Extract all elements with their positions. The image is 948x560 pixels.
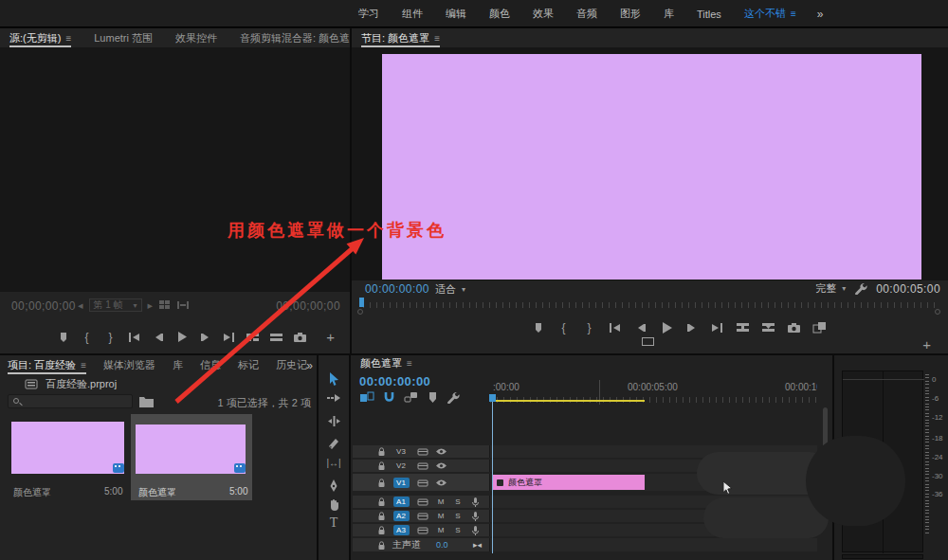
tab-markers[interactable]: 标记 [238,358,259,372]
workarea-bar[interactable] [492,400,645,402]
program-current-timecode[interactable]: 00:00:00:00 [365,282,429,296]
scrub-handle-right[interactable] [935,309,940,315]
settings-wrench-icon[interactable] [854,282,867,295]
lock-icon[interactable] [374,478,389,488]
add-marker-icon[interactable] [55,330,71,344]
workspace-overflow-icon[interactable]: » [817,8,824,21]
zoom-level-dropdown[interactable]: 适合▾ [435,282,465,297]
overwrite-icon[interactable] [268,330,284,344]
tab-effect-controls[interactable]: 效果控件 [175,31,217,45]
add-marker-icon[interactable] [427,391,439,404]
source-button-editor-icon[interactable]: + [326,330,335,344]
ripple-edit-tool[interactable] [319,415,349,427]
project-item-thumbnail[interactable] [11,422,124,474]
sync-lock-icon[interactable] [413,461,432,470]
safe-margins-icon[interactable] [642,337,654,346]
panel-menu-icon[interactable]: ≡ [65,33,71,44]
step-forward-icon[interactable] [197,330,213,344]
track-header-a1[interactable]: A1 M S [353,496,490,508]
step-back-icon[interactable] [632,320,648,334]
timeline-clip-color-matte[interactable]: 颜色遮罩 [493,475,645,490]
workspace-tab-audio[interactable]: 音频 [565,7,609,21]
solo-button[interactable]: S [449,512,466,520]
master-level-value[interactable]: 0.0 [436,540,448,550]
workspace-tab-learn[interactable]: 学习 [347,7,391,21]
lock-icon[interactable] [374,540,389,551]
tab-project[interactable]: 项目: 百度经验≡ [8,355,86,374]
new-bin-icon[interactable] [138,395,155,407]
tab-media-browser[interactable]: 媒体浏览器 [103,358,155,372]
selection-tool[interactable] [319,371,349,387]
timeline-playhead-head[interactable] [489,394,496,402]
sync-lock-icon[interactable] [413,512,432,520]
lock-icon[interactable] [374,446,389,457]
add-marker-icon[interactable] [530,320,546,334]
lift-icon[interactable] [735,320,751,334]
comparison-view-icon[interactable] [811,320,828,334]
tab-source[interactable]: 源:(无剪辑)≡ [9,28,71,47]
track-badge-v2[interactable]: V2 [393,461,410,471]
sync-lock-icon[interactable] [413,497,432,506]
project-item-name[interactable]: 颜色遮罩 [138,486,176,499]
track-header-master[interactable]: 主声道 0.0 ▸◂ [353,538,490,551]
panel-menu-icon[interactable]: ≡ [434,33,440,44]
fit-icon[interactable]: ▸◂ [473,540,482,550]
step-forward-icon[interactable] [684,320,700,334]
project-overflow-icon[interactable]: » [306,359,313,372]
track-badge-a2[interactable]: A2 [393,511,410,521]
play-icon[interactable] [173,330,190,344]
pen-tool[interactable] [319,479,349,493]
solo-button[interactable]: S [449,497,466,506]
sync-lock-icon[interactable] [413,447,432,456]
track-badge-v1[interactable]: V1 [393,478,410,488]
track-header-a2[interactable]: A2 M S [353,510,490,522]
track-badge-a1[interactable]: A1 [393,497,410,507]
extract-icon[interactable] [760,320,776,334]
lock-icon[interactable] [374,461,389,471]
track-header-a3[interactable]: A3 M S [353,524,490,536]
workspace-tab-titles[interactable]: Titles [685,9,733,20]
panel-menu-icon[interactable]: ≡ [407,358,412,369]
scrub-handle-left[interactable] [357,309,363,315]
project-item-name[interactable]: 颜色遮罩 [13,486,51,499]
goto-out-icon[interactable] [709,320,725,334]
snap-magnet-icon[interactable] [383,390,395,403]
workspace-tab-effects[interactable]: 效果 [521,7,565,21]
workspace-tab-libraries[interactable]: 库 [652,7,685,21]
razor-tool[interactable] [319,437,349,449]
tab-history[interactable]: 历史记 [276,358,307,372]
mute-button[interactable]: M [432,526,449,534]
settings-grid-icon[interactable] [158,299,171,311]
toggle-track-output-eye-icon[interactable] [432,479,449,487]
tab-info[interactable]: 信息 [200,358,221,372]
tab-program[interactable]: 节目: 颜色遮罩≡ [361,28,440,47]
export-frame-icon[interactable] [786,320,802,334]
mark-out-icon[interactable]: } [102,330,118,344]
project-file-row[interactable]: 百度经验.prproj [25,377,117,391]
toggle-track-output-eye-icon[interactable] [432,461,449,470]
program-playhead[interactable] [359,298,364,307]
timeline-settings-wrench-icon[interactable] [447,391,460,404]
voiceover-mic-icon[interactable] [466,511,483,522]
workspace-tab-active[interactable]: 这个不错≡ [733,7,808,21]
program-button-editor-icon[interactable]: + [922,337,931,352]
hand-tool[interactable] [319,497,349,511]
trim-icon[interactable] [176,299,190,311]
track-header-v2[interactable]: V2 [353,460,490,472]
tab-lumetri-scopes[interactable]: Lumetri 范围 [94,31,153,45]
lock-icon[interactable] [374,511,389,521]
track-badge-a3[interactable]: A3 [393,525,410,535]
panel-menu-icon[interactable]: ≡ [81,360,86,370]
lock-icon[interactable] [374,497,389,507]
sync-lock-icon[interactable] [413,526,432,534]
voiceover-mic-icon[interactable] [466,525,483,536]
toggle-track-output-eye-icon[interactable] [432,447,449,456]
workspace-tab-graphics[interactable]: 图形 [609,7,652,21]
prev-frame-icon[interactable]: ◂ [78,299,83,312]
track-lane-master[interactable] [490,538,817,551]
mute-button[interactable]: M [432,512,449,520]
playback-resolution-dropdown[interactable]: 完整▾ [815,281,846,296]
mark-in-icon[interactable]: { [556,320,572,334]
next-frame-icon[interactable]: ▸ [148,299,154,312]
project-item-thumbnail[interactable] [136,425,246,474]
